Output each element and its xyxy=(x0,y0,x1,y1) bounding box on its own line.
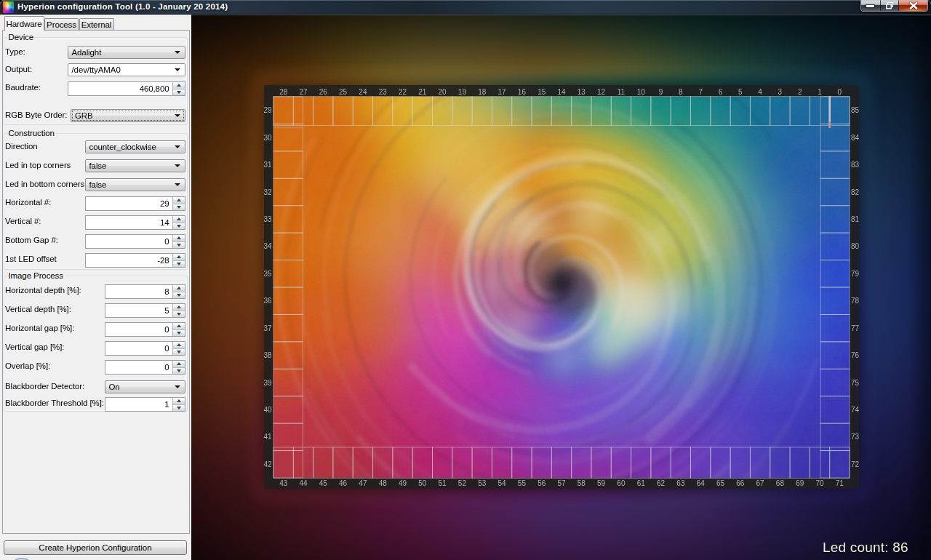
spinner-buttons xyxy=(172,197,185,210)
led-cell-top xyxy=(432,97,452,126)
close-button[interactable] xyxy=(898,0,927,11)
spin-horizontal-depth[interactable]: 8 xyxy=(105,284,185,299)
spin-baudrate[interactable]: 460,800 xyxy=(68,81,185,96)
window-title: Hyperion configuration Tool (1.0 - Janua… xyxy=(17,2,228,11)
combo-led-in-bottom-corners[interactable]: false xyxy=(85,178,185,191)
close-icon xyxy=(908,1,918,9)
field-label: Baudrate: xyxy=(5,83,41,92)
restore-button[interactable] xyxy=(880,0,898,11)
spin-horizontal-gap[interactable]: 0 xyxy=(105,322,185,337)
led-number: 44 xyxy=(299,479,308,487)
spin-up-button[interactable] xyxy=(173,342,185,349)
combo-value: Adalight xyxy=(72,47,102,58)
spin-down-button[interactable] xyxy=(173,261,185,268)
chevron-down-icon xyxy=(175,51,180,54)
titlebar[interactable]: Hyperion configuration Tool (1.0 - Janua… xyxy=(0,0,931,15)
led-cell-right xyxy=(820,342,850,369)
spin-horizontal[interactable]: 29 xyxy=(85,196,185,211)
led-cell-left xyxy=(273,151,303,178)
led-number: 31 xyxy=(263,161,272,169)
led-cell-top xyxy=(273,97,293,126)
spin-vertical-depth[interactable]: 5 xyxy=(105,303,185,318)
led-number: 55 xyxy=(518,479,527,487)
minimize-button[interactable] xyxy=(861,0,880,11)
led-cell-bottom xyxy=(452,447,472,479)
led-number: 42 xyxy=(263,460,272,468)
led-cell-top xyxy=(651,97,671,126)
led-cell-bottom xyxy=(353,447,372,479)
led-cell-left xyxy=(273,314,303,341)
spin-up-button[interactable] xyxy=(173,398,185,405)
spin-bottom-gap[interactable]: 0 xyxy=(85,234,185,249)
combo-blackborder-detector[interactable]: On xyxy=(105,380,185,393)
spin-down-button[interactable] xyxy=(173,368,185,375)
led-number: 53 xyxy=(478,479,487,487)
spin-up-button[interactable] xyxy=(173,235,185,242)
led-cell-right xyxy=(820,233,850,260)
app-icon xyxy=(3,1,14,13)
spin-up-button[interactable] xyxy=(173,361,185,368)
led-number: 65 xyxy=(716,479,725,487)
spin-down-button[interactable] xyxy=(173,89,185,96)
led-number: 28 xyxy=(279,88,288,96)
led-number: 85 xyxy=(851,106,860,114)
led-cell-top xyxy=(532,97,551,126)
spin-down-button[interactable] xyxy=(173,204,185,211)
field-label: Horizontal gap [%]: xyxy=(5,324,74,332)
led-number: 30 xyxy=(263,134,272,142)
led-number: 51 xyxy=(439,479,447,487)
combo-rgb-byte-order[interactable]: GRB xyxy=(71,109,185,122)
led-cell-bottom xyxy=(711,447,730,479)
spinner-buttons xyxy=(172,304,185,317)
spin-down-button[interactable] xyxy=(173,242,185,249)
spin-up-button[interactable] xyxy=(173,304,185,311)
led-cell-bottom xyxy=(790,447,810,479)
spin-1st-led-offset[interactable]: -28 xyxy=(85,253,185,268)
led-number: 84 xyxy=(851,134,860,142)
field-label: Led in top corners xyxy=(5,161,71,169)
combo-type[interactable]: Adalight xyxy=(68,46,185,59)
spin-overlap[interactable]: 0 xyxy=(105,360,185,375)
field-label: 1st LED offset xyxy=(5,255,57,263)
spin-down-button[interactable] xyxy=(173,311,185,318)
spin-vertical-gap[interactable]: 0 xyxy=(105,341,185,356)
led-cell-left xyxy=(273,451,303,478)
led-number: 62 xyxy=(657,479,666,487)
minimize-icon xyxy=(866,5,874,7)
spin-up-button[interactable] xyxy=(173,285,185,292)
led-number: 23 xyxy=(379,88,388,96)
led-number: 52 xyxy=(458,479,467,487)
spin-up-button[interactable] xyxy=(173,254,185,261)
spin-down-button[interactable] xyxy=(173,349,185,356)
led-number: 7 xyxy=(698,88,703,96)
spin-down-button[interactable] xyxy=(173,330,185,337)
field-label: Horizontal depth [%]: xyxy=(5,286,81,295)
spin-down-button[interactable] xyxy=(173,223,185,230)
spin-up-button[interactable] xyxy=(173,216,185,223)
led-cell-top xyxy=(750,97,770,126)
led-count-label: Led count: 86 xyxy=(823,540,908,556)
led-cell-right xyxy=(820,206,850,233)
led-number: 0 xyxy=(838,88,842,96)
spin-up-button[interactable] xyxy=(173,197,185,204)
spin-blackborder-threshold[interactable]: 1 xyxy=(105,397,185,412)
spin-up-button[interactable] xyxy=(173,82,185,89)
spin-down-button[interactable] xyxy=(173,292,185,299)
led-cell-right xyxy=(820,260,850,287)
led-cell-bottom xyxy=(830,447,850,479)
settings-panel: HardwareProcessExternal DeviceType:Adali… xyxy=(0,15,191,560)
led-number: 74 xyxy=(851,406,860,414)
chevron-down-icon xyxy=(175,164,180,167)
spin-down-button[interactable] xyxy=(173,405,185,412)
spin-value: 5 xyxy=(164,305,169,316)
led-cell-bottom xyxy=(611,447,631,479)
combo-output[interactable]: /dev/ttyAMA0 xyxy=(68,63,185,76)
combo-led-in-top-corners[interactable]: false xyxy=(85,159,185,172)
spin-vertical[interactable]: 14 xyxy=(85,215,185,230)
combo-direction[interactable]: counter_clockwise xyxy=(85,140,185,153)
led-number: 70 xyxy=(815,479,824,487)
led-number: 32 xyxy=(263,188,272,196)
spin-up-button[interactable] xyxy=(173,323,185,330)
led-number: 66 xyxy=(736,479,745,487)
led-number: 71 xyxy=(836,479,844,487)
